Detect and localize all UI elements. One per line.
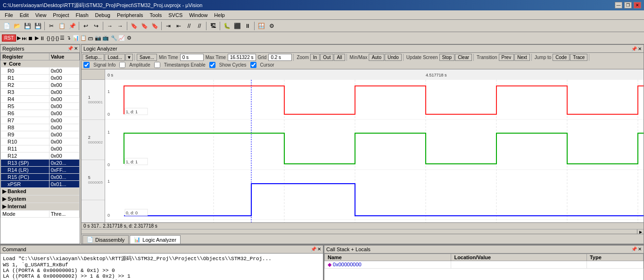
menu-debug[interactable]: Debug [92,12,113,18]
run-button[interactable]: ▶ [35,35,39,41]
table-row: R10x00 [1,75,80,82]
view6-button[interactable]: 🔧 [111,35,117,41]
command-line: LA ((PORTA & 0x00000002) >> 1 & 0x2) >> … [3,273,321,279]
registers-pin[interactable]: 📌 [67,46,73,51]
reg-expand-internal[interactable]: ▶ [2,204,8,209]
menu-help[interactable]: Help [211,12,228,18]
la-close[interactable]: ✕ [638,46,642,51]
menu-svcs[interactable]: SVCS [165,12,185,18]
reg-expand-system[interactable]: ▶ [2,196,8,202]
uncomment-button[interactable]: // [195,21,204,31]
minimize-button[interactable]: — [615,2,622,8]
save-button[interactable]: 💾 [23,21,32,31]
la-load-button[interactable]: Load... [105,54,125,61]
bookmark2-button[interactable]: 🔖 [140,21,149,31]
reg-value: 0x00 [49,124,79,131]
menu-edit[interactable]: Edit [17,12,32,18]
callstack-close[interactable]: ✕ [638,246,642,252]
la-signalinfo-checkbox[interactable] [83,62,90,68]
svg-text:0: 0 [107,213,110,218]
la-pin[interactable]: 📌 [631,46,637,51]
bookmark-button[interactable]: 🔖 [129,21,139,31]
sep5 [161,22,162,30]
settings-btn[interactable]: ⚙ [267,21,276,31]
menu-window[interactable]: Window [186,12,210,18]
la-save-button[interactable]: Save... [137,54,157,61]
la-load-arrow-button[interactable]: ▼ [125,54,133,61]
debug3-button[interactable]: ⏸ [243,21,252,31]
new-button[interactable]: 📄 [2,21,11,31]
la-stop-button[interactable]: Stop [439,54,455,61]
view5-button[interactable]: 📺 [102,35,109,41]
bookmark3-button[interactable]: 🔖 [150,21,159,31]
menu-file[interactable]: File [2,12,16,18]
callstack-pin[interactable]: 📌 [631,246,637,252]
menu-flash[interactable]: Flash [73,12,91,18]
stop-debug-button[interactable]: ⏹ [28,35,33,41]
la-zoom-out-button[interactable]: Out [320,54,333,61]
registers-close[interactable]: ✕ [74,46,78,51]
la-undo-button[interactable]: Undo [385,54,402,61]
reg-expand-banked[interactable]: ▶ [2,188,8,194]
command-pin[interactable]: 📌 [311,246,316,252]
tools-button[interactable]: ⚙ [127,35,132,41]
view2-button[interactable]: 📋 [80,35,87,41]
reg-name: R1 [1,75,50,82]
menu-peripherals[interactable]: Peripherals [114,12,146,18]
redo-button[interactable]: ↪ [91,21,101,31]
tab-logic-analyzer[interactable]: 📊 Logic Analyzer [130,235,181,244]
la-amplitude-checkbox[interactable] [119,62,125,68]
la-cursor-checkbox[interactable] [250,62,256,68]
menu-project[interactable]: Project [50,12,72,18]
debug-button[interactable]: 🐛 [222,21,231,31]
la-showcycles-checkbox[interactable] [209,62,215,68]
build-button[interactable]: 🏗 [208,21,218,31]
step-in-button[interactable]: ↴ [66,35,71,41]
view4-button[interactable]: 📷 [95,35,101,41]
paste-button[interactable]: 📌 [67,21,77,31]
view7-button[interactable]: 📈 [118,35,125,41]
mem3-button[interactable]: {} [56,35,59,41]
reg-expand-core[interactable]: ▼ [2,61,9,67]
la-zoom-all-button[interactable]: All [334,54,345,61]
la-timestamps-checkbox[interactable] [154,62,160,68]
mem2-button[interactable]: {} [51,35,54,41]
view1-button[interactable]: 📊 [73,35,79,41]
view3-button[interactable]: 🗃 [88,35,93,41]
indent-button[interactable]: ⇥ [164,21,173,31]
comment-button[interactable]: // [184,21,194,31]
la-zoom-in-button[interactable]: In [310,54,320,61]
la-next-button[interactable]: Next [514,54,530,61]
cut-button[interactable]: ✂ [47,21,56,31]
halt-button[interactable]: ⏸ [40,35,45,41]
debug2-button[interactable]: ⬛ [232,21,242,31]
menu-tools[interactable]: Tools [147,12,165,18]
findnext-button[interactable]: → [116,21,125,31]
tab-disassembly[interactable]: 📄 Disassembly [83,235,129,244]
command-close[interactable]: ✕ [317,246,321,252]
find-button[interactable]: → [105,21,115,31]
la-auto-button[interactable]: Auto [369,54,384,61]
svg-text:1: 1 [107,130,110,135]
save-all-button[interactable]: 💾 [33,21,42,31]
step-button[interactable]: ▶ [17,35,21,41]
la-trace-button[interactable]: Trace [570,54,587,61]
copy-button[interactable]: 📋 [57,21,66,31]
mem4-button[interactable]: ☰ [60,35,65,41]
close-button[interactable]: ✕ [634,2,641,8]
maximize-button[interactable]: ❐ [624,2,632,8]
la-prev-button[interactable]: Prev [499,54,514,61]
step-over-button[interactable]: ⏭ [22,35,27,41]
undo-button[interactable]: ↩ [81,21,91,31]
la-clear-button[interactable]: Clear [455,54,472,61]
outdent-button[interactable]: ⇤ [174,21,183,31]
reg-name: R2 [1,82,50,89]
la-setup-button[interactable]: Setup... [83,54,104,61]
la-hscrollbar[interactable]: ▶ [82,229,644,234]
mem1-button[interactable]: {} [47,35,50,41]
la-code-button[interactable]: Code [553,54,570,61]
open-button[interactable]: 📂 [12,21,22,31]
window-btn[interactable]: 🪟 [256,21,266,31]
rst-button[interactable]: RST [2,34,16,42]
menu-view[interactable]: View [33,12,50,18]
